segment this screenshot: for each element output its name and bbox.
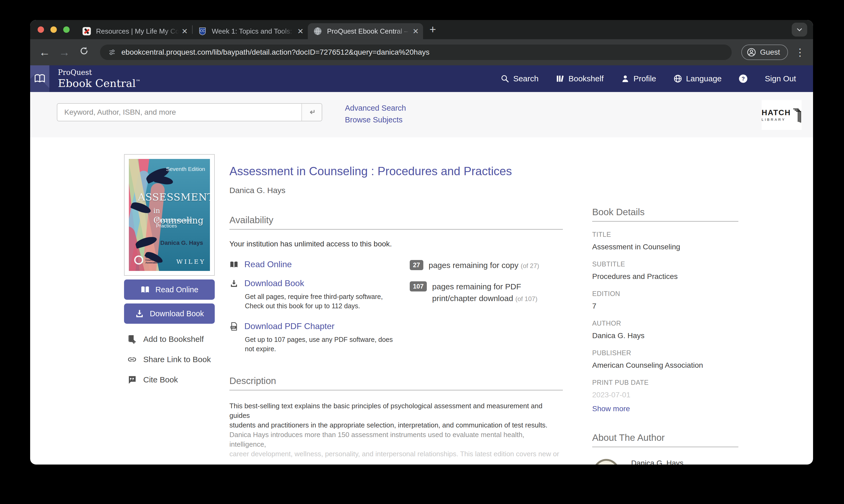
field-label: AUTHOR [592,320,738,327]
availability-heading: Availability [229,215,563,225]
search-submit-button[interactable] [302,104,322,121]
description-show-more-link[interactable]: Show more [229,464,267,465]
search-input[interactable] [57,104,302,121]
nav-sign-out[interactable]: Sign Out [765,74,796,83]
description-text: This best-selling text explains the basi… [229,401,563,459]
nav-language[interactable]: Language [673,74,722,83]
book-details-heading: Book Details [592,207,738,217]
profile-icon [621,74,630,83]
divider [229,390,563,391]
divider [592,447,738,447]
browser-menu-button[interactable]: ⋮ [795,47,805,58]
cover-publisher: WILEY [176,258,206,265]
download-pdf-chapter-link[interactable]: PDF Download PDF Chapter [229,321,406,331]
header-nav: Search Bookshelf Profile Language ? [500,74,813,83]
tab-week1[interactable]: CC Week 1: Topics and Tools: Psy ✕ [193,23,308,39]
page-quotas: 27 pages remaining for copy (of 27) 107 … [406,259,563,354]
copy-quota-suffix: (of 27) [521,262,539,269]
advanced-search-link[interactable]: Advanced Search [345,102,406,114]
read-online-link[interactable]: Read Online [229,259,406,269]
download-book-button[interactable]: Download Book [124,304,215,324]
nav-help[interactable]: ? [739,74,748,83]
field-label: SUBTITLE [592,260,738,268]
brand-proquest: ProQuest [58,68,141,76]
close-window-button[interactable] [38,26,44,33]
help-icon: ? [739,74,748,83]
globe-icon [673,74,682,83]
book-actions-column: Seventh Edition ASSESSMENT in Counseling… [124,154,215,384]
minimize-window-button[interactable] [50,26,57,33]
pdf-icon: PDF [229,322,238,331]
url-text: ebookcentral.proquest.com/lib/baypath/de… [121,48,429,56]
close-tab-icon[interactable]: ✕ [298,27,304,36]
field-label: TITLE [592,231,738,238]
bookshelf-icon [556,74,565,83]
page-title: Assessment in Counseling : Procedures an… [229,164,563,178]
back-button[interactable]: ← [38,46,51,59]
library-name: HATCH [761,108,791,117]
availability-links: Read Online Download Book Get all pages,… [229,259,406,354]
cite-book[interactable]: Cite Book [124,375,215,384]
aca-ring-icon [134,255,143,265]
zoom-window-button[interactable] [63,26,70,33]
search-icon [500,74,509,83]
tab-list-dropdown-button[interactable] [792,23,807,37]
tabs: Resources | My Life My Colleg ✕ CC Week … [77,20,436,39]
browse-subjects-link[interactable]: Browse Subjects [345,114,406,126]
forward-button[interactable]: → [58,46,71,59]
search-box [57,103,322,121]
tab-proquest-active[interactable]: ProQuest Ebook Central – Boo ✕ [308,23,423,39]
chevron-down-icon [796,26,803,33]
tab-title: Resources | My Life My Colleg [96,27,179,35]
svg-text:PDF: PDF [232,326,236,328]
download-pdf-description: Get up to 107 pages, use any PDF softwar… [245,335,394,354]
address-bar[interactable]: ebookcentral.proquest.com/lib/baypath/de… [100,44,732,60]
nav-bookshelf[interactable]: Bookshelf [556,74,604,83]
field-label: EDITION [592,290,738,298]
cover-author: Danica G. Hays [160,239,203,247]
cite-quote-icon [127,375,137,384]
reload-button[interactable] [78,46,90,59]
download-book-link[interactable]: Download Book [229,278,406,288]
field-value: Procedures and Practices [592,272,738,281]
close-tab-icon[interactable]: ✕ [413,27,419,36]
new-tab-button[interactable]: + [429,23,436,36]
tab-resources[interactable]: Resources | My Life My Colleg ✕ [77,23,192,39]
field-value: 2023-07-01 [592,391,738,399]
cover-edition: Seventh Edition [166,166,205,172]
aca-logo: American Counseling Association [134,255,166,265]
brand-ebook-central: Ebook Central™ [58,77,141,89]
read-online-button[interactable]: Read Online [124,280,215,300]
brand-text: ProQuest Ebook Central™ [58,68,141,89]
search-strip: Advanced Search Browse Subjects HATCH LI… [30,92,813,137]
ebook-central-logo [30,65,49,92]
access-note: Your institution has unlimited access to… [229,240,563,248]
author-name: Danica G. Hays [631,459,733,465]
library-subname: LIBRARY [761,118,791,122]
site-settings-icon[interactable] [108,48,116,56]
description-heading: Description [229,376,563,386]
link-icon [127,355,137,364]
book-detail-main: Assessment in Counseling : Procedures an… [229,157,563,465]
aca-text: American Counseling Association [145,256,166,264]
guest-profile-button[interactable]: Guest [741,44,788,60]
svg-text:CC: CC [200,29,205,33]
nav-search[interactable]: Search [500,74,539,83]
reload-icon [79,46,89,56]
browser-window: Resources | My Life My Colleg ✕ CC Week … [30,20,813,465]
copy-quota-badge: 27 [410,260,423,270]
author-avatar [592,459,621,465]
guest-label: Guest [760,48,780,56]
tab-bar: Resources | My Life My Colleg ✕ CC Week … [30,20,813,39]
pdf-quota: 107 pages remaining for PDF print/chapte… [410,281,563,305]
library-logo: HATCH LIBRARY [761,100,802,130]
add-to-bookshelf[interactable]: Add to Bookshelf [124,335,215,344]
details-show-more-link[interactable]: Show more [592,404,630,413]
share-link-to-book[interactable]: Share Link to Book [124,355,215,364]
book-details-sidebar: Book Details TITLE Assessment in Counsel… [592,207,738,465]
add-bookshelf-icon [127,335,137,344]
copy-quota-text: pages remaining for copy [429,261,521,270]
field-value: American Counseling Association [592,361,738,370]
nav-profile[interactable]: Profile [621,74,656,83]
close-tab-icon[interactable]: ✕ [182,27,188,36]
